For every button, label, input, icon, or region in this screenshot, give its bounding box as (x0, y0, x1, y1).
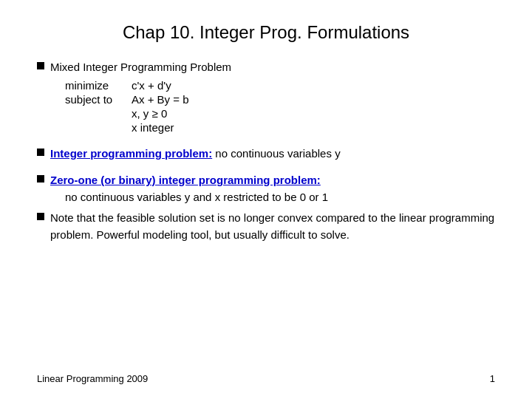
bullet-icon-4 (37, 213, 44, 220)
constraint2-expr: x integer (132, 121, 174, 134)
bullet-section-1: Mixed Integer Programming Problem minimi… (37, 59, 495, 135)
bullet-icon-3 (37, 175, 44, 183)
bullet-content-3: Zero-one (or binary) integer programming… (50, 172, 495, 205)
problem-block: minimize c'x + d'y subject to Ax + By = … (65, 79, 495, 134)
bullet-row-2: Integer programming problem: no continuo… (37, 146, 495, 163)
bullet-row-1: Mixed Integer Programming Problem minimi… (37, 59, 495, 135)
bullet-section-4: Note that the feasible solution set is n… (37, 210, 495, 243)
minimize-row: minimize c'x + d'y (65, 79, 495, 92)
bullet-icon-2 (37, 149, 44, 156)
constraint1-row: x, y ≥ 0 (65, 107, 495, 120)
bullet-content-4: Note that the feasible solution set is n… (50, 210, 495, 243)
bullet2-suffix: no continuous variables y (212, 147, 340, 160)
subjectto-expr: Ax + By = b (132, 93, 189, 106)
spacer1 (65, 107, 132, 120)
constraint1-expr: x, y ≥ 0 (132, 107, 167, 120)
bullet-section-2: Integer programming problem: no continuo… (37, 146, 495, 163)
bullet1-label: Mixed Integer Programming Problem (50, 61, 231, 73)
slide: Chap 10. Integer Prog. Formulations Mixe… (0, 0, 532, 399)
bullet3-indent: no continuous variables y and x restrict… (65, 189, 495, 206)
bullet-content-2: Integer programming problem: no continuo… (50, 146, 495, 163)
footer-right: 1 (490, 373, 495, 384)
bullet-row-4: Note that the feasible solution set is n… (37, 210, 495, 243)
bullet2-text: Integer programming problem: no continuo… (50, 147, 341, 160)
minimize-expr: c'x + d'y (132, 79, 171, 92)
bullet-content-1: Mixed Integer Programming Problem minimi… (50, 59, 495, 135)
bullet3-text: Zero-one (or binary) integer programming… (50, 174, 321, 186)
footer: Linear Programming 2009 1 (37, 373, 495, 384)
constraint2-row: x integer (65, 121, 495, 134)
minimize-label: minimize (65, 79, 132, 92)
spacer2 (65, 121, 132, 134)
bullet-icon-1 (37, 62, 44, 69)
bullet4-text: Note that the feasible solution set is n… (50, 211, 494, 241)
subjectto-row: subject to Ax + By = b (65, 93, 495, 106)
footer-left: Linear Programming 2009 (37, 373, 148, 384)
bullet2-prefix: Integer programming problem: (50, 147, 212, 160)
bullet-section-3: Zero-one (or binary) integer programming… (37, 172, 495, 205)
bullet3-prefix: Zero-one (or binary) integer programming… (50, 174, 321, 186)
bullet-row-3: Zero-one (or binary) integer programming… (37, 172, 495, 205)
slide-title: Chap 10. Integer Prog. Formulations (37, 22, 495, 43)
subjectto-label: subject to (65, 93, 132, 106)
